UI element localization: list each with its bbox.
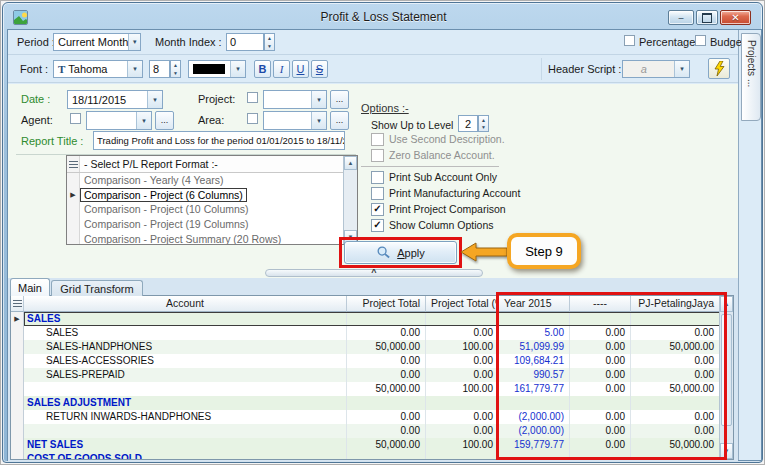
grid-row[interactable]: RETURN INWARDS-HANDPHONES0.000.00(2,000.… bbox=[11, 410, 720, 424]
area-select[interactable]: ▾ bbox=[263, 111, 327, 130]
panel-splitter[interactable]: ^ bbox=[265, 269, 483, 277]
font-size-spinner[interactable]: ▲ ▼ bbox=[170, 60, 181, 78]
chevron-down-icon[interactable]: ▾ bbox=[311, 112, 326, 129]
option-row[interactable]: Use Second Description. bbox=[371, 131, 501, 147]
agent-browse-button[interactable]: ... bbox=[155, 111, 174, 130]
format-list-item[interactable]: Comparison - Project Summary (20 Rows) bbox=[67, 231, 343, 244]
format-list-scrollbar[interactable]: ▲ ▼ bbox=[343, 156, 357, 244]
chevron-down-icon[interactable]: ▾ bbox=[311, 91, 326, 108]
checkbox-icon[interactable] bbox=[371, 187, 384, 200]
option-row[interactable]: Print Manufacturing Account bbox=[371, 185, 501, 201]
period-select[interactable]: Current Month ▾ bbox=[53, 33, 141, 51]
chevron-down-icon[interactable]: ▾ bbox=[230, 61, 245, 77]
area-checkbox[interactable] bbox=[247, 113, 258, 124]
minimize-button[interactable]: – bbox=[668, 10, 694, 25]
font-family-select[interactable]: T Tahoma ▾ bbox=[53, 60, 143, 78]
truetype-icon: T bbox=[58, 63, 65, 75]
spin-down-icon[interactable]: ▼ bbox=[265, 42, 274, 50]
checkbox-icon[interactable]: ✓ bbox=[371, 219, 384, 232]
italic-button[interactable]: I bbox=[273, 60, 290, 78]
month-index-spinner[interactable]: ▲ ▼ bbox=[264, 33, 275, 51]
grid-column-header[interactable]: Year 2015 bbox=[499, 296, 570, 312]
header-script-select[interactable]: a ▾ bbox=[622, 60, 690, 78]
bold-button[interactable]: B bbox=[254, 60, 271, 78]
project-checkbox[interactable] bbox=[247, 92, 258, 103]
grid-vertical-scrollbar[interactable]: ▲ ▼ bbox=[719, 296, 733, 459]
row-indicator bbox=[11, 340, 24, 354]
level-input[interactable]: 2 bbox=[458, 115, 478, 132]
grid-row[interactable]: SALES0.000.005.000.000.00 bbox=[11, 326, 720, 340]
grid-menu-icon[interactable] bbox=[11, 296, 24, 312]
grid-row[interactable]: SALES-PREPAID0.000.00990.570.000.00 bbox=[11, 368, 720, 382]
grid-row[interactable]: 50,000.00100.00161,779.770.0050,000.00 bbox=[11, 382, 720, 396]
option-row[interactable]: Print Sub Account Only bbox=[371, 169, 501, 185]
header-script-value: a bbox=[641, 63, 647, 75]
spin-up-icon[interactable]: ▲ bbox=[479, 116, 488, 124]
grid-row[interactable]: COST OF GOODS SOLD bbox=[11, 452, 720, 460]
grid-menu-icon[interactable] bbox=[67, 156, 80, 172]
chevron-down-icon[interactable]: ▾ bbox=[128, 34, 140, 50]
account-cell bbox=[24, 382, 347, 396]
grid-row[interactable]: SALES-ACCESSORIES0.000.00109,684.210.000… bbox=[11, 354, 720, 368]
checkbox-icon[interactable] bbox=[371, 171, 384, 184]
budget-checkbox[interactable] bbox=[695, 35, 706, 46]
scroll-up-icon[interactable]: ▲ bbox=[720, 296, 733, 312]
agent-checkbox[interactable] bbox=[70, 113, 81, 124]
grid-row[interactable]: ▶SALES bbox=[11, 312, 720, 326]
strikeout-button[interactable]: S bbox=[311, 60, 328, 78]
chevron-down-icon[interactable]: ▾ bbox=[674, 61, 689, 77]
spin-up-icon[interactable]: ▲ bbox=[265, 34, 274, 42]
option-row[interactable]: ✓Print Project Comparison bbox=[371, 201, 501, 217]
scroll-up-icon[interactable]: ▲ bbox=[344, 156, 357, 170]
grid-row[interactable]: 0.000.00(2,000.00)0.000.00 bbox=[11, 424, 720, 438]
level-spinner[interactable]: ▲ ▼ bbox=[478, 115, 489, 132]
checkbox-icon[interactable]: ✓ bbox=[371, 203, 384, 216]
scroll-thumb[interactable] bbox=[721, 314, 732, 426]
grid-column-header[interactable]: ---- bbox=[570, 296, 631, 312]
underline-button[interactable]: U bbox=[292, 60, 309, 78]
apply-button[interactable]: Apply bbox=[344, 241, 457, 264]
grid-column-header[interactable]: Project Total (%) bbox=[426, 296, 499, 312]
checkbox-icon[interactable] bbox=[371, 149, 384, 162]
chevron-down-icon[interactable]: ▾ bbox=[136, 112, 151, 129]
chevron-down-icon[interactable]: ▾ bbox=[147, 91, 162, 108]
close-button[interactable]: ✕ bbox=[720, 10, 751, 25]
spin-down-icon[interactable]: ▼ bbox=[171, 69, 180, 77]
grid-row[interactable]: SALES-HANDPHONES50,000.00100.0051,099.99… bbox=[11, 340, 720, 354]
spin-down-icon[interactable]: ▼ bbox=[479, 124, 488, 132]
scroll-down-icon[interactable]: ▼ bbox=[720, 443, 733, 459]
project-select[interactable]: ▾ bbox=[263, 90, 327, 109]
font-color-select[interactable]: ▾ bbox=[188, 60, 246, 78]
option-row[interactable]: Zero Balance Account. bbox=[371, 147, 501, 163]
grid-row[interactable]: NET SALES50,000.00100.00159,779.770.0050… bbox=[11, 438, 720, 452]
format-list-item[interactable]: ▶Comparison - Project (6 Columns) bbox=[67, 188, 343, 203]
project-browse-button[interactable]: ... bbox=[330, 90, 349, 109]
tab-grid-transform[interactable]: Grid Transform bbox=[51, 280, 143, 296]
grid-column-header[interactable]: Project Total bbox=[347, 296, 426, 312]
area-browse-button[interactable]: ... bbox=[330, 111, 349, 130]
format-list-item[interactable]: Comparison - Yearly (4 Years) bbox=[67, 173, 343, 188]
collapse-caret-icon[interactable]: ^ bbox=[371, 270, 376, 274]
spin-up-icon[interactable]: ▲ bbox=[171, 61, 180, 69]
maximize-button[interactable] bbox=[696, 10, 718, 25]
report-title-input[interactable]: Trading Profit and Loss for the period 0… bbox=[93, 131, 345, 150]
value-cell bbox=[631, 312, 720, 326]
agent-select[interactable]: ▾ bbox=[86, 111, 152, 130]
format-list-item[interactable]: Comparison - Project (19 Columns) bbox=[67, 217, 343, 232]
chevron-down-icon[interactable]: ▾ bbox=[127, 61, 142, 77]
font-size-input[interactable]: 8 bbox=[149, 60, 170, 78]
format-list-item[interactable]: Comparison - Project (10 Columns) bbox=[67, 202, 343, 217]
tab-main[interactable]: Main bbox=[10, 278, 50, 296]
percentage-checkbox[interactable] bbox=[624, 35, 635, 46]
month-index-input[interactable]: 0 bbox=[226, 33, 264, 51]
refresh-script-button[interactable] bbox=[708, 58, 730, 79]
sidebar-tab-projects[interactable]: Projects ... bbox=[741, 33, 761, 121]
grid-column-header[interactable]: Account bbox=[24, 296, 347, 312]
checkbox-icon[interactable] bbox=[371, 133, 384, 146]
project-label: Project: bbox=[198, 93, 235, 105]
date-select[interactable]: 18/11/2015 ▾ bbox=[67, 90, 163, 109]
grid-column-header[interactable]: PJ-PetalingJaya bbox=[631, 296, 720, 312]
grid-body: ▶SALESSALES0.000.005.000.000.00SALES-HAN… bbox=[11, 312, 733, 460]
grid-row[interactable]: SALES ADJUSTMENT bbox=[11, 396, 720, 410]
option-row[interactable]: ✓Show Column Options bbox=[371, 217, 501, 233]
